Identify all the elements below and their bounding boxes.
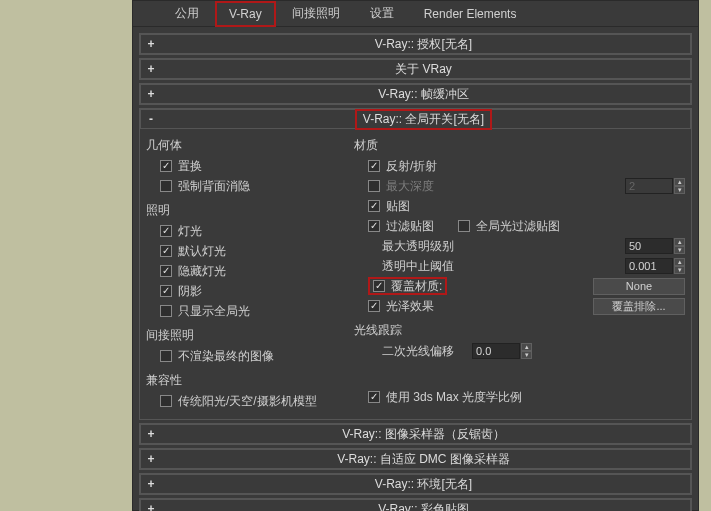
label-transp-cutoff: 透明中止阈值	[382, 258, 454, 275]
rollup-dmc-sampler[interactable]: + V-Ray:: 自适应 DMC 图像采样器	[139, 448, 692, 470]
expand-icon: +	[141, 502, 157, 511]
rollup-title: V-Ray:: 授权[无名]	[157, 36, 690, 53]
expand-icon: +	[141, 62, 157, 76]
rollup-framebuffer[interactable]: + V-Ray:: 帧缓冲区	[139, 83, 692, 105]
check-legacy-sun[interactable]	[160, 395, 172, 407]
check-lights[interactable]	[160, 225, 172, 237]
expand-icon: +	[141, 427, 157, 441]
rollup-environment[interactable]: + V-Ray:: 环境[无名]	[139, 473, 692, 495]
label-max-transp: 最大透明级别	[382, 238, 454, 255]
label-raytracing: 光线跟踪	[354, 322, 685, 339]
rollup-about[interactable]: + 关于 VRay	[139, 58, 692, 80]
button-override-exclude[interactable]: 覆盖排除...	[593, 298, 685, 315]
label-indirect: 间接照明	[146, 327, 336, 344]
label-override-mtl: 覆盖材质:	[391, 278, 442, 295]
label-geometry: 几何体	[146, 137, 336, 154]
spinner-sec-bias[interactable]: ▴▾	[472, 343, 532, 359]
tab-vray[interactable]: V-Ray	[215, 1, 276, 27]
label-materials: 材质	[354, 137, 685, 154]
rollup-title: V-Ray:: 图像采样器（反锯齿）	[157, 426, 690, 443]
rollup-title: V-Ray:: 帧缓冲区	[157, 86, 690, 103]
label-show-gi-only: 只显示全局光	[178, 303, 250, 320]
label-lighting: 照明	[146, 202, 336, 219]
check-displacement[interactable]	[160, 160, 172, 172]
spinner-down-icon[interactable]: ▾	[674, 266, 685, 274]
label-max-depth: 最大深度	[386, 178, 434, 195]
rollup-global-switches: - V-Ray:: 全局开关[无名] 几何体 置换	[139, 108, 692, 420]
check-use-3dsmax-photometric[interactable]	[368, 391, 380, 403]
spinner-down-icon[interactable]: ▾	[674, 186, 685, 194]
spinner-up-icon[interactable]: ▴	[674, 238, 685, 246]
tab-common[interactable]: 公用	[161, 0, 213, 28]
input-max-transp[interactable]	[625, 238, 673, 254]
label-displacement: 置换	[178, 158, 202, 175]
expand-icon: +	[141, 477, 157, 491]
button-override-material-slot[interactable]: None	[593, 278, 685, 295]
check-force-backface[interactable]	[160, 180, 172, 192]
input-max-depth[interactable]	[625, 178, 673, 194]
check-shadows[interactable]	[160, 285, 172, 297]
check-override-mtl[interactable]	[373, 280, 385, 292]
expand-icon: +	[141, 452, 157, 466]
rollup-title: 关于 VRay	[157, 61, 690, 78]
input-sec-bias[interactable]	[472, 343, 520, 359]
highlight-override-mtl: 覆盖材质:	[368, 277, 447, 295]
spinner-down-icon[interactable]: ▾	[521, 351, 532, 359]
spinner-up-icon[interactable]: ▴	[674, 258, 685, 266]
tab-gi[interactable]: 间接照明	[278, 0, 354, 28]
label-use-3dsmax-photometric: 使用 3ds Max 光度学比例	[386, 389, 522, 406]
panel-body: + V-Ray:: 授权[无名] + 关于 VRay + V-Ray:: 帧缓冲…	[133, 27, 698, 511]
label-compat: 兼容性	[146, 372, 336, 389]
rollup-title: V-Ray:: 自适应 DMC 图像采样器	[157, 451, 690, 468]
rollup-image-sampler[interactable]: + V-Ray:: 图像采样器（反锯齿）	[139, 423, 692, 445]
label-no-render-final: 不渲染最终的图像	[178, 348, 274, 365]
label-default-lights: 默认灯光	[178, 243, 226, 260]
label-filter-maps: 过滤贴图	[386, 218, 434, 235]
check-show-gi-only[interactable]	[160, 305, 172, 317]
check-maps[interactable]	[368, 200, 380, 212]
check-glossy[interactable]	[368, 300, 380, 312]
label-refl-refr: 反射/折射	[386, 158, 437, 175]
spinner-down-icon[interactable]: ▾	[674, 246, 685, 254]
spinner-transp-cutoff[interactable]: ▴▾	[625, 258, 685, 274]
check-max-depth[interactable]	[368, 180, 380, 192]
vray-settings-panel: 公用 V-Ray 间接照明 设置 Render Elements + V-Ray…	[132, 0, 699, 511]
rollup-title: V-Ray:: 全局开关[无名]	[355, 109, 492, 130]
spinner-up-icon[interactable]: ▴	[674, 178, 685, 186]
check-filter-maps[interactable]	[368, 220, 380, 232]
tab-render-elements[interactable]: Render Elements	[410, 1, 531, 27]
check-no-render-final[interactable]	[160, 350, 172, 362]
collapse-icon: -	[141, 112, 157, 126]
label-force-backface: 强制背面消隐	[178, 178, 250, 195]
label-lights: 灯光	[178, 223, 202, 240]
spinner-up-icon[interactable]: ▴	[521, 343, 532, 351]
input-transp-cutoff[interactable]	[625, 258, 673, 274]
label-hidden-lights: 隐藏灯光	[178, 263, 226, 280]
rollup-authorization[interactable]: + V-Ray:: 授权[无名]	[139, 33, 692, 55]
check-gi-filter-maps[interactable]	[458, 220, 470, 232]
spinner-max-transp[interactable]: ▴▾	[625, 238, 685, 254]
check-hidden-lights[interactable]	[160, 265, 172, 277]
tab-settings[interactable]: 设置	[356, 0, 408, 28]
check-default-lights[interactable]	[160, 245, 172, 257]
rollup-title: V-Ray:: 环境[无名]	[157, 476, 690, 493]
label-sec-bias: 二次光线偏移	[382, 343, 454, 360]
rollup-header-global[interactable]: - V-Ray:: 全局开关[无名]	[140, 109, 691, 129]
label-maps: 贴图	[386, 198, 410, 215]
rollup-title: V-Ray:: 彩色贴图	[157, 501, 690, 512]
label-legacy-sun: 传统阳光/天空/摄影机模型	[178, 393, 317, 410]
label-glossy: 光泽效果	[386, 298, 434, 315]
label-shadows: 阴影	[178, 283, 202, 300]
rollup-color-mapping[interactable]: + V-Ray:: 彩色贴图	[139, 498, 692, 511]
expand-icon: +	[141, 37, 157, 51]
tab-bar: 公用 V-Ray 间接照明 设置 Render Elements	[133, 1, 698, 27]
expand-icon: +	[141, 87, 157, 101]
check-refl-refr[interactable]	[368, 160, 380, 172]
label-gi-filter-maps: 全局光过滤贴图	[476, 218, 560, 235]
spinner-max-depth[interactable]: ▴▾	[625, 178, 685, 194]
